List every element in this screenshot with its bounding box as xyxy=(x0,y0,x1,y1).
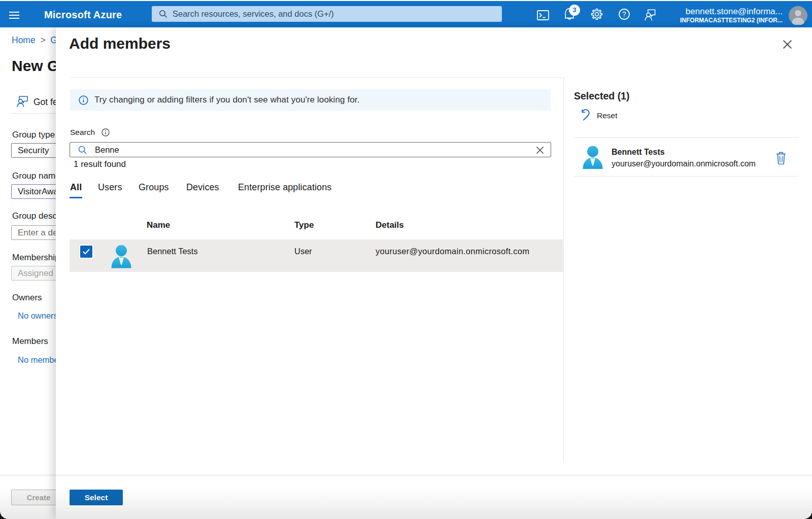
svg-text:?: ? xyxy=(622,10,626,18)
